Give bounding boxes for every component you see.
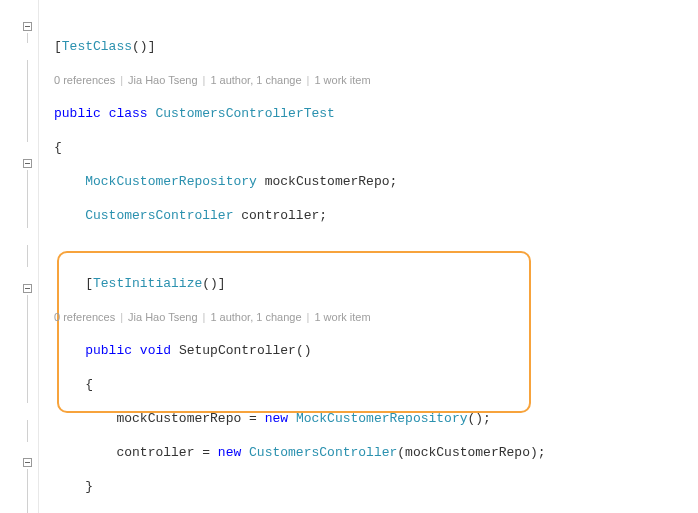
codelens-refs[interactable]: 0 references (54, 309, 115, 326)
attr-testinitialize: TestInitialize (93, 276, 202, 291)
codelens-work[interactable]: 1 work item (314, 72, 370, 89)
outline-toggle[interactable] (23, 22, 32, 31)
attr-testclass: TestClass (62, 39, 132, 54)
codelens-author[interactable]: Jia Hao Tseng (128, 309, 198, 326)
codelens-changes[interactable]: 1 author, 1 change (210, 72, 301, 89)
code-area[interactable]: [TestClass()] 0 references|Jia Hao Tseng… (38, 4, 698, 513)
gutter (0, 0, 39, 513)
method-setup: SetupController (179, 343, 296, 358)
outline-toggle[interactable] (23, 458, 32, 467)
codelens-refs[interactable]: 0 references (54, 72, 115, 89)
outline-toggle[interactable] (23, 284, 32, 293)
codelens-row: 0 references|Jia Hao Tseng|1 author, 1 c… (38, 309, 698, 325)
codelens-row: 0 references|Jia Hao Tseng|1 author, 1 c… (38, 72, 698, 88)
codelens-changes[interactable]: 1 author, 1 change (210, 309, 301, 326)
class-name: CustomersControllerTest (155, 106, 334, 121)
codelens-author[interactable]: Jia Hao Tseng (128, 72, 198, 89)
codelens-work[interactable]: 1 work item (314, 309, 370, 326)
outline-toggle[interactable] (23, 159, 32, 168)
